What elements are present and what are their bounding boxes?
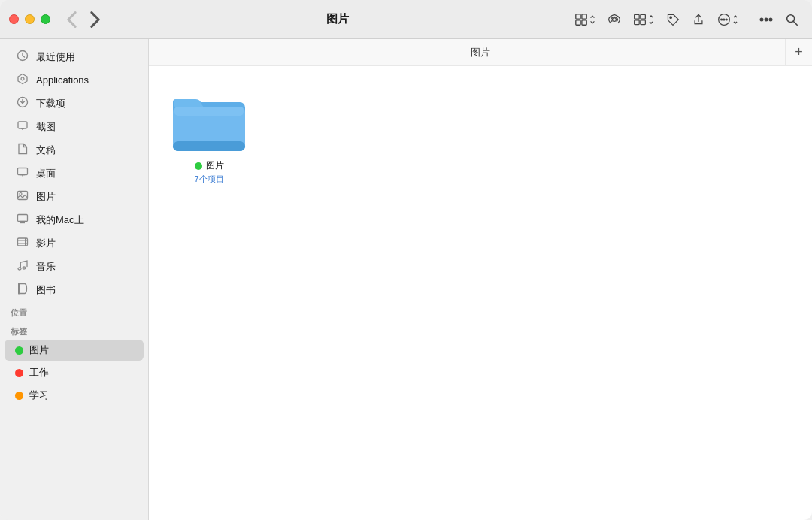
movies-icon bbox=[15, 236, 30, 250]
tag-pictures-label: 图片 bbox=[29, 343, 49, 357]
tag-study-dot bbox=[15, 392, 23, 400]
sidebar-item-applications[interactable]: Applications bbox=[5, 69, 144, 91]
sidebar: 最近使用 Applications 下载项 bbox=[0, 39, 149, 520]
sidebar-item-recents[interactable]: 最近使用 bbox=[5, 46, 144, 68]
sidebar-item-music[interactable]: 音乐 bbox=[5, 255, 144, 277]
main-area: 最近使用 Applications 下载项 bbox=[0, 39, 812, 520]
more-options-button[interactable] bbox=[713, 10, 743, 29]
screenshots-label: 截图 bbox=[36, 120, 56, 134]
fullscreen-button[interactable] bbox=[41, 14, 50, 24]
desktop-icon bbox=[15, 166, 30, 180]
applications-label: Applications bbox=[36, 74, 89, 86]
share-button[interactable] bbox=[687, 10, 710, 29]
toolbar-icons bbox=[570, 10, 803, 29]
content-area: 图片 + bbox=[149, 39, 812, 520]
mymac-label: 我的Mac上 bbox=[36, 213, 84, 227]
svg-point-14 bbox=[761, 18, 763, 20]
group-view-button[interactable] bbox=[629, 10, 659, 29]
close-button[interactable] bbox=[9, 14, 19, 24]
svg-point-13 bbox=[726, 19, 727, 20]
airdrop-button[interactable] bbox=[603, 10, 626, 29]
tags-section-label: 标签 bbox=[0, 320, 148, 339]
pictures-label: 图片 bbox=[36, 190, 56, 204]
sidebar-item-books[interactable]: 图书 bbox=[5, 279, 144, 301]
svg-rect-35 bbox=[18, 238, 28, 246]
movies-label: 影片 bbox=[36, 237, 56, 250]
svg-rect-44 bbox=[173, 141, 245, 151]
svg-rect-0 bbox=[576, 14, 580, 18]
documents-label: 文稿 bbox=[36, 144, 56, 157]
tag-study-label: 学习 bbox=[29, 388, 49, 402]
tag-button[interactable] bbox=[662, 10, 684, 29]
svg-rect-3 bbox=[582, 20, 586, 24]
svg-point-12 bbox=[723, 19, 725, 20]
recents-icon bbox=[15, 50, 30, 64]
svg-line-18 bbox=[794, 21, 798, 25]
svg-point-15 bbox=[765, 18, 768, 20]
minimize-button[interactable] bbox=[25, 14, 35, 24]
toolbar-more-button[interactable] bbox=[755, 11, 777, 28]
svg-rect-5 bbox=[635, 14, 640, 19]
svg-rect-43 bbox=[174, 107, 244, 116]
sidebar-item-desktop[interactable]: 桌面 bbox=[5, 162, 144, 184]
svg-point-16 bbox=[770, 18, 772, 20]
folder-green-dot bbox=[195, 162, 202, 170]
sidebar-item-downloads[interactable]: 下载项 bbox=[5, 92, 144, 114]
svg-rect-2 bbox=[576, 20, 580, 24]
svg-rect-8 bbox=[641, 20, 646, 24]
downloads-label: 下载项 bbox=[36, 97, 65, 110]
tag-work-dot bbox=[15, 369, 23, 377]
recents-label: 最近使用 bbox=[36, 50, 75, 64]
sidebar-item-documents[interactable]: 文稿 bbox=[5, 139, 144, 161]
sidebar-tag-study[interactable]: 学习 bbox=[5, 385, 144, 406]
music-icon bbox=[15, 259, 30, 274]
sidebar-item-screenshots[interactable]: 截图 bbox=[5, 116, 144, 138]
svg-point-20 bbox=[21, 77, 24, 80]
downloads-icon bbox=[15, 96, 30, 110]
sidebar-tag-pictures[interactable]: 图片 bbox=[5, 340, 144, 361]
forward-button[interactable] bbox=[83, 9, 105, 30]
svg-rect-1 bbox=[582, 14, 586, 18]
content-header: 图片 + bbox=[149, 39, 812, 66]
svg-point-11 bbox=[721, 19, 723, 20]
folder-count: 7个项目 bbox=[194, 174, 223, 185]
sidebar-item-mymac[interactable]: 我的Mac上 bbox=[5, 209, 144, 231]
folder-name: 图片 bbox=[206, 159, 224, 172]
svg-point-9 bbox=[670, 16, 671, 17]
svg-point-4 bbox=[613, 17, 617, 21]
svg-rect-31 bbox=[18, 215, 28, 222]
desktop-label: 桌面 bbox=[36, 167, 56, 180]
svg-rect-7 bbox=[635, 20, 640, 24]
titlebar: 图片 bbox=[0, 0, 812, 39]
add-button[interactable]: + bbox=[785, 39, 812, 65]
search-button[interactable] bbox=[780, 10, 803, 29]
music-label: 音乐 bbox=[36, 260, 56, 274]
svg-rect-29 bbox=[18, 192, 28, 200]
documents-icon bbox=[15, 143, 30, 157]
screenshots-icon bbox=[15, 119, 30, 134]
tag-work-label: 工作 bbox=[29, 366, 49, 379]
content-header-title: 图片 bbox=[471, 46, 490, 59]
sidebar-tag-work[interactable]: 工作 bbox=[5, 362, 144, 383]
folder-item-pictures[interactable]: 图片 7个项目 bbox=[164, 81, 254, 191]
location-section-label: 位置 bbox=[0, 301, 148, 320]
svg-point-17 bbox=[787, 14, 795, 22]
view-grid-button[interactable] bbox=[570, 10, 600, 29]
window-title: 图片 bbox=[105, 12, 570, 26]
svg-point-30 bbox=[20, 193, 22, 195]
tag-pictures-dot bbox=[15, 346, 23, 355]
svg-rect-23 bbox=[18, 122, 27, 128]
svg-rect-6 bbox=[641, 14, 646, 19]
applications-icon bbox=[15, 73, 30, 87]
pictures-icon bbox=[15, 189, 30, 204]
mymac-icon bbox=[15, 213, 30, 227]
folder-label-row: 图片 bbox=[195, 159, 224, 172]
folder-icon bbox=[171, 87, 247, 153]
back-button[interactable] bbox=[62, 9, 83, 30]
sidebar-item-pictures[interactable]: 图片 bbox=[5, 186, 144, 207]
traffic-lights bbox=[9, 14, 50, 24]
books-label: 图书 bbox=[36, 283, 56, 297]
svg-rect-26 bbox=[18, 168, 28, 175]
content-body: 图片 7个项目 bbox=[149, 66, 812, 520]
sidebar-item-movies[interactable]: 影片 bbox=[5, 232, 144, 254]
